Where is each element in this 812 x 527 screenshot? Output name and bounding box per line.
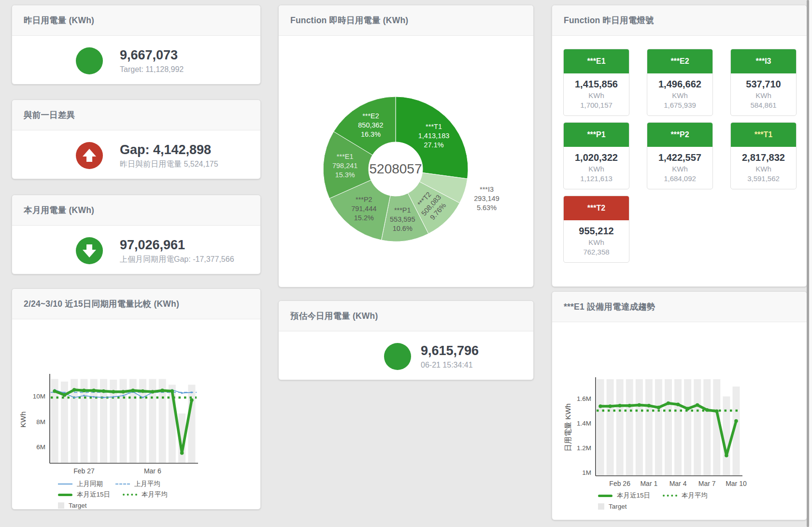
x-tick-label: Feb 26 — [609, 480, 630, 486]
donut-slice-label: 15.3% — [335, 171, 355, 179]
tile-unit: KWh — [566, 165, 627, 173]
legend-label: Target — [69, 502, 87, 509]
data-point[interactable] — [113, 396, 114, 398]
scrollbar[interactable] — [807, 0, 809, 527]
data-point[interactable] — [83, 395, 85, 397]
target-bar[interactable] — [684, 379, 691, 475]
data-point[interactable] — [191, 392, 193, 394]
legend-label: 上月平均 — [134, 480, 160, 488]
data-point[interactable] — [676, 402, 680, 406]
legend-label: 本月平均 — [682, 491, 708, 500]
data-point[interactable] — [667, 401, 670, 405]
target-bar[interactable] — [645, 379, 653, 475]
donut-slice-label: 553,595 — [390, 215, 415, 223]
data-point[interactable] — [103, 397, 105, 399]
data-point[interactable] — [92, 389, 96, 393]
data-point[interactable] — [141, 389, 145, 393]
card-title: 2/24~3/10 近15日同期用電量比較 (KWh) — [12, 289, 260, 319]
donut-slice-label: 16.3% — [361, 130, 381, 138]
legend-item[interactable]: 本月近15日 — [58, 490, 110, 499]
card-e1-trend-chart: ***E1 設備用電達成趨勢 1M1.2M1.4M1.6MFeb 26Mar 1… — [552, 291, 807, 520]
data-point[interactable] — [705, 408, 709, 412]
data-point[interactable] — [715, 409, 719, 413]
data-point[interactable] — [657, 406, 661, 410]
kpi-value: 9,667,073 — [120, 47, 184, 64]
legend-swatch-icon — [58, 484, 72, 484]
data-point[interactable] — [142, 397, 144, 399]
data-point[interactable] — [160, 389, 164, 393]
data-point[interactable] — [725, 454, 728, 457]
data-point[interactable] — [181, 392, 183, 394]
target-bar[interactable] — [655, 379, 662, 475]
legend-item[interactable]: 本月近15日 — [598, 491, 650, 500]
data-point[interactable] — [598, 404, 602, 408]
data-point[interactable] — [93, 396, 95, 398]
realtime-usage-donut-chart: ***T11,413,18327.1%***I3293,1495.63%***T… — [279, 36, 532, 287]
data-point[interactable] — [638, 403, 641, 407]
data-point[interactable] — [72, 388, 76, 392]
up-arrow-icon — [76, 142, 103, 169]
data-point[interactable] — [82, 389, 86, 393]
tile-value: 1,415,856 — [566, 79, 627, 90]
donut-slice-label: 27.1% — [424, 141, 443, 149]
data-point[interactable] — [112, 390, 115, 394]
data-point[interactable] — [63, 393, 67, 397]
data-point[interactable] — [73, 397, 75, 399]
legend-item[interactable]: Target — [598, 503, 627, 510]
tile-P1[interactable]: ***P11,020,322KWh1,121,613 — [563, 122, 629, 189]
data-point[interactable] — [647, 404, 651, 408]
data-point[interactable] — [734, 419, 738, 423]
tile-T1[interactable]: ***T12,817,832KWh3,591,562 — [730, 122, 797, 189]
target-bar[interactable] — [665, 379, 672, 475]
legend-item[interactable]: 上月同期 — [58, 480, 103, 488]
data-point[interactable] — [53, 389, 57, 393]
legend-swatch-icon — [58, 502, 64, 509]
x-tick-label: Mar 6 — [144, 467, 161, 475]
data-point[interactable] — [180, 451, 184, 455]
card-title: ***E1 設備用電達成趨勢 — [552, 292, 807, 322]
tile-unit: KWh — [566, 91, 627, 100]
target-bar[interactable] — [694, 379, 701, 475]
legend-item[interactable]: 上月平均 — [115, 480, 160, 488]
legend-label: 本月平均 — [142, 490, 168, 499]
data-point[interactable] — [151, 390, 155, 394]
data-point[interactable] — [102, 389, 106, 393]
target-bar[interactable] — [607, 379, 614, 475]
target-bar[interactable] — [636, 379, 643, 475]
y-tick-label: 1.6M — [577, 395, 591, 402]
x-tick-label: Feb 27 — [73, 467, 95, 475]
tile-P2[interactable]: ***P21,422,557KWh1,684,092 — [647, 122, 713, 189]
data-point[interactable] — [131, 389, 135, 393]
legend-item[interactable]: 本月平均 — [123, 490, 168, 499]
tile-unit: KWh — [566, 238, 627, 246]
tile-I3[interactable]: ***I3537,710KWh584,861 — [730, 49, 797, 116]
tile-E2[interactable]: ***E21,496,662KWh1,675,939 — [647, 49, 713, 116]
data-point[interactable] — [121, 390, 125, 394]
x-tick-label: Mar 4 — [670, 480, 687, 486]
data-point[interactable] — [627, 404, 631, 408]
target-bar[interactable] — [626, 379, 633, 475]
target-bar[interactable] — [616, 379, 624, 475]
target-bar[interactable] — [703, 379, 711, 475]
donut-center-label: 5208057 — [369, 161, 422, 176]
data-point[interactable] — [696, 403, 699, 407]
card-title: 預估今日用電量 (KWh) — [279, 301, 533, 331]
tile-T2[interactable]: ***T2955,212KWh762,358 — [563, 196, 629, 263]
tile-target: 584,861 — [733, 101, 794, 109]
card-title: Function 昨日用電燈號 — [552, 5, 807, 36]
card-estimate-today: 預估今日用電量 (KWh) 9,615,796 06-21 15:34:41 — [278, 300, 534, 380]
target-bar[interactable] — [723, 397, 730, 475]
legend-item[interactable]: Target — [58, 502, 87, 509]
legend-item[interactable]: 本月平均 — [663, 491, 708, 500]
tile-E1[interactable]: ***E11,415,856KWh1,700,157 — [563, 49, 629, 116]
target-bar[interactable] — [597, 379, 604, 475]
target-bar[interactable] — [674, 379, 682, 475]
data-point[interactable] — [608, 404, 612, 408]
tile-target: 1,121,613 — [566, 174, 627, 183]
data-point[interactable] — [618, 404, 622, 408]
data-point[interactable] — [190, 398, 194, 402]
data-point[interactable] — [171, 389, 174, 393]
compare-chart: 6M8M10MFeb 27Mar 6KWh — [12, 319, 258, 475]
data-point[interactable] — [686, 407, 690, 411]
data-point[interactable] — [122, 395, 124, 397]
